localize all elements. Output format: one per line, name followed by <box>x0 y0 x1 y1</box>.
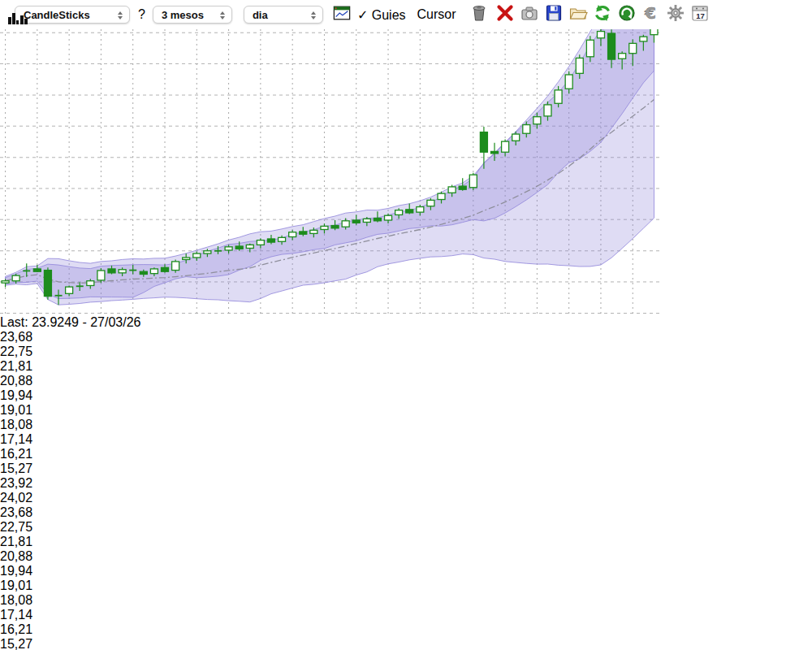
save-button[interactable] <box>544 3 564 26</box>
gear-icon <box>666 3 685 23</box>
price-tick-left: 23,68 <box>0 330 812 344</box>
chart-type-select[interactable]: CandleSticks <box>15 6 130 24</box>
price-plot-area[interactable] <box>0 0 659 315</box>
bands-layer <box>6 0 654 305</box>
price-tick-right: 21,81 <box>0 535 812 549</box>
price-tick-left: 17,14 <box>0 432 812 447</box>
chevron-up-down-icon <box>218 9 227 22</box>
price-tick-right: 19,01 <box>0 578 812 593</box>
price-tick-right: 20,88 <box>0 549 812 564</box>
price-chart-panel: Last: 23.9249 - 27/03/26 23,6822,7521,81… <box>0 0 812 476</box>
price-tick-right: 24,02 <box>0 491 812 505</box>
refresh-icon <box>593 3 612 23</box>
trash-icon <box>469 3 489 23</box>
period-value: 3 mesos <box>162 9 204 21</box>
guies-checkbox[interactable]: ✓ <box>357 8 368 22</box>
help-button[interactable]: ? <box>138 7 145 22</box>
charting-app-window: CandleSticks ? 3 mesos dia ✓ Guies Curso… <box>0 0 812 650</box>
calendar-icon <box>690 3 710 23</box>
period-select[interactable]: 3 mesos <box>153 6 232 24</box>
top-toolbar: CandleSticks ? 3 mesos dia ✓ Guies Curso… <box>0 0 812 29</box>
camera-icon <box>520 3 539 23</box>
snapshot-button[interactable] <box>520 3 539 26</box>
price-tick-left: 19,01 <box>0 403 812 418</box>
cursor-label: Cursor <box>417 7 456 21</box>
help-icon: ? <box>138 7 145 21</box>
price-tick-left: 16,21 <box>0 447 812 462</box>
interval-value: dia <box>253 9 268 21</box>
mini-chart-icon <box>333 4 351 22</box>
red-x-icon <box>495 3 515 23</box>
open-button[interactable] <box>568 3 588 26</box>
price-axis-right: 23,92 24,0223,6822,7521,8120,8819,9419,0… <box>0 476 812 650</box>
price-tick-right: 16,21 <box>0 622 812 637</box>
price-tick-right: 18,08 <box>0 593 812 608</box>
price-tick-left: 21,81 <box>0 359 812 374</box>
guies-toggle[interactable]: ✓ Guies <box>357 7 406 23</box>
open-folder-icon <box>568 3 588 23</box>
last-price-label: Last: 23.9249 - 27/03/26 <box>0 315 812 330</box>
price-tick-right: 17,14 <box>0 608 812 622</box>
chart-type-value: CandleSticks <box>24 9 90 21</box>
price-tick-right: 22,75 <box>0 520 812 535</box>
floppy-disk-icon <box>544 3 564 23</box>
price-tick-left: 19,94 <box>0 388 812 403</box>
settings-button[interactable] <box>666 3 685 26</box>
chevron-up-down-icon <box>115 9 125 22</box>
check-icon: ✓ <box>357 8 368 22</box>
calendar-button[interactable] <box>690 3 710 26</box>
globe-sync-icon <box>617 3 637 23</box>
price-tick-left: 15,27 <box>0 462 812 476</box>
trash-button[interactable] <box>469 3 489 26</box>
guies-label: Guies <box>372 8 406 22</box>
price-tick-right: 15,27 <box>0 637 812 650</box>
chart-window-button[interactable] <box>333 4 351 25</box>
sync-web-button[interactable] <box>617 3 637 26</box>
price-tick-left: 20,88 <box>0 374 812 388</box>
cursor-toggle[interactable]: Cursor <box>417 7 456 22</box>
currency-button[interactable] <box>641 3 661 26</box>
price-tick-right: 23,68 <box>0 505 812 520</box>
last-price-badge: 23,92 <box>0 476 812 491</box>
price-tick-left: 18,08 <box>0 418 812 432</box>
price-tick-left: 22,75 <box>0 344 812 359</box>
refresh-data-button[interactable] <box>593 3 612 26</box>
mini-histogram-icon <box>6 10 31 26</box>
euro-icon <box>641 3 661 23</box>
delete-chart-button[interactable] <box>495 3 515 26</box>
chevron-up-down-icon <box>309 9 318 22</box>
interval-select[interactable]: dia <box>244 6 323 24</box>
price-tick-right: 19,94 <box>0 564 812 578</box>
